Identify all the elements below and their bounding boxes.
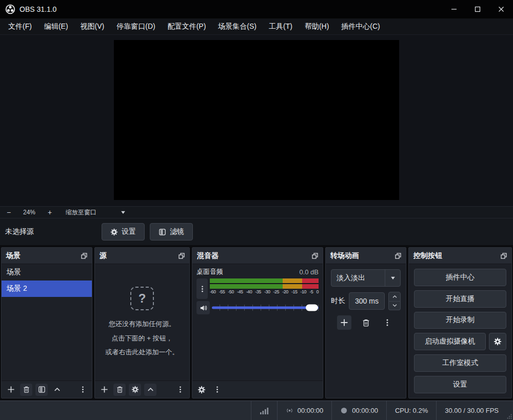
remove-source-button[interactable] [113, 384, 126, 396]
transition-select[interactable]: 淡入淡出 [331, 269, 401, 287]
volume-slider[interactable] [212, 302, 319, 313]
gear-advanced-icon [198, 386, 206, 394]
duration-label: 时长 [331, 296, 345, 306]
popout-icon[interactable] [81, 253, 87, 259]
trash-icon [23, 386, 30, 393]
maximize-button[interactable] [466, 0, 489, 18]
menu-item-docks[interactable]: 停靠窗口(D) [111, 20, 160, 33]
popout-icon[interactable] [312, 253, 318, 259]
menu-item-file[interactable]: 文件(F) [3, 20, 37, 33]
transition-more-button[interactable] [380, 315, 394, 330]
chevron-up-icon [147, 386, 154, 393]
meter-tick-label: -40 [246, 289, 252, 294]
resize-grip[interactable] [507, 414, 512, 419]
cpu-usage: CPU: 0.2% [386, 401, 436, 420]
minimize-button[interactable] [442, 0, 466, 18]
zoom-dropdown-caret-icon[interactable] [120, 209, 126, 215]
scene-item[interactable]: 场景 [2, 264, 92, 281]
zoom-in-button[interactable]: + [41, 208, 58, 216]
source-properties-button[interactable] [129, 384, 141, 396]
maximize-icon [475, 6, 481, 12]
dots-vertical-icon [176, 386, 184, 393]
meter-tick-label: -15 [291, 289, 298, 294]
close-button[interactable] [489, 0, 513, 18]
meter-tick-label: -45 [237, 289, 243, 294]
meter-tick-label: 0 [316, 289, 319, 294]
start-streaming-button[interactable]: 开始直播 [414, 290, 506, 308]
mixer-panel-header: 混音器 [192, 248, 323, 264]
plugin-center-button[interactable]: 插件中心 [414, 269, 506, 286]
mixer-more-button[interactable] [211, 384, 223, 396]
move-source-up-button[interactable] [144, 384, 156, 396]
menu-item-plugin-center[interactable]: 插件中心(C) [336, 20, 385, 33]
zoom-level: 24% [17, 209, 41, 216]
sources-empty-state: ? 您还没有添加任何源。 点击下面的 + 按钮， 或者右击此处添加一个。 [95, 264, 189, 381]
sources-list[interactable]: ? 您还没有添加任何源。 点击下面的 + 按钮， 或者右击此处添加一个。 [95, 264, 189, 381]
plus-icon [340, 318, 348, 327]
studio-mode-button[interactable]: 工作室模式 [414, 354, 506, 372]
popout-icon[interactable] [501, 253, 507, 259]
scene-item-selected[interactable]: 场景 2 [2, 281, 92, 297]
zoom-out-button[interactable]: − [0, 208, 17, 216]
duration-decrement-button[interactable] [388, 302, 401, 311]
settings-button[interactable]: 设置 [414, 376, 506, 393]
minimize-icon [451, 6, 457, 12]
source-filters-button[interactable]: 滤镜 [150, 223, 193, 241]
meter-yellow-segment [283, 278, 302, 283]
chevron-up-icon [392, 294, 398, 299]
add-transition-button[interactable] [337, 315, 351, 330]
plus-icon [7, 386, 15, 393]
controls-panel-header: 控制按钮 [409, 248, 511, 264]
popout-icon[interactable] [179, 253, 185, 259]
transition-selected-value: 淡入淡出 [331, 270, 385, 286]
chevron-down-icon [392, 303, 398, 308]
menubar: 文件(F) 编辑(E) 视图(V) 停靠窗口(D) 配置文件(P) 场景集合(S… [0, 18, 513, 35]
sources-panel-title: 源 [100, 251, 107, 261]
start-virtual-camera-button[interactable]: 启动虚拟摄像机 [414, 333, 486, 350]
scene-filters-button[interactable] [35, 384, 48, 396]
menu-item-tools[interactable]: 工具(T) [264, 20, 298, 33]
add-scene-button[interactable] [5, 384, 17, 396]
fit-to-window-label[interactable]: 缩放至窗口 [66, 208, 96, 217]
record-timer: 00:00:00 [331, 401, 386, 420]
menu-item-profile[interactable]: 配置文件(P) [163, 20, 211, 33]
meter-red-segment [302, 278, 319, 283]
mute-toggle-button[interactable] [196, 301, 210, 314]
audio-mixer-panel: 混音器 桌面音频 0.0 dB [192, 247, 323, 398]
add-source-button[interactable] [98, 384, 110, 396]
duration-increment-button[interactable] [388, 292, 401, 302]
duration-input[interactable]: 300 ms [349, 292, 385, 310]
connection-status [251, 401, 277, 420]
scenes-more-button[interactable] [76, 384, 89, 396]
menu-item-edit[interactable]: 编辑(E) [39, 20, 73, 33]
scenes-toolbar [2, 381, 92, 398]
menu-item-help[interactable]: 帮助(H) [300, 20, 334, 33]
preview-canvas[interactable] [114, 40, 399, 200]
transitions-panel: 转场动画 淡入淡出 时长 300 ms [325, 247, 406, 398]
mixer-channel-menu-button[interactable] [196, 278, 208, 299]
sources-more-button[interactable] [174, 384, 186, 396]
volume-slider-handle[interactable] [306, 305, 318, 311]
gear-icon [494, 337, 502, 346]
menu-item-view[interactable]: 视图(V) [75, 20, 110, 33]
source-properties-button[interactable]: 设置 [102, 223, 145, 241]
scenes-list: 场景 场景 2 [2, 264, 92, 381]
popout-icon[interactable] [395, 253, 401, 259]
scenes-panel-title: 场景 [6, 251, 21, 261]
titlebar: OBS 31.1.0 [0, 0, 513, 18]
obs-window: OBS 31.1.0 文件(F) 编辑(E) 视图(V) 停靠窗口(D) 配置文… [0, 0, 513, 420]
advanced-audio-button[interactable] [195, 384, 208, 396]
close-icon [498, 6, 504, 12]
menu-item-scene-collection[interactable]: 场景集合(S) [213, 20, 262, 33]
volume-slider-track[interactable] [212, 307, 319, 309]
meter-tick-label: -60 [210, 289, 216, 294]
meter-tick-label: -20 [282, 289, 288, 294]
trash-icon [116, 386, 124, 393]
remove-scene-button[interactable] [20, 384, 32, 396]
virtual-camera-settings-button[interactable] [489, 333, 506, 350]
start-recording-button[interactable]: 开始录制 [414, 312, 506, 329]
trash-icon [362, 318, 370, 327]
remove-transition-button[interactable] [359, 315, 373, 330]
controls-panel-title: 控制按钮 [413, 251, 442, 261]
move-scene-up-button[interactable] [51, 384, 63, 396]
